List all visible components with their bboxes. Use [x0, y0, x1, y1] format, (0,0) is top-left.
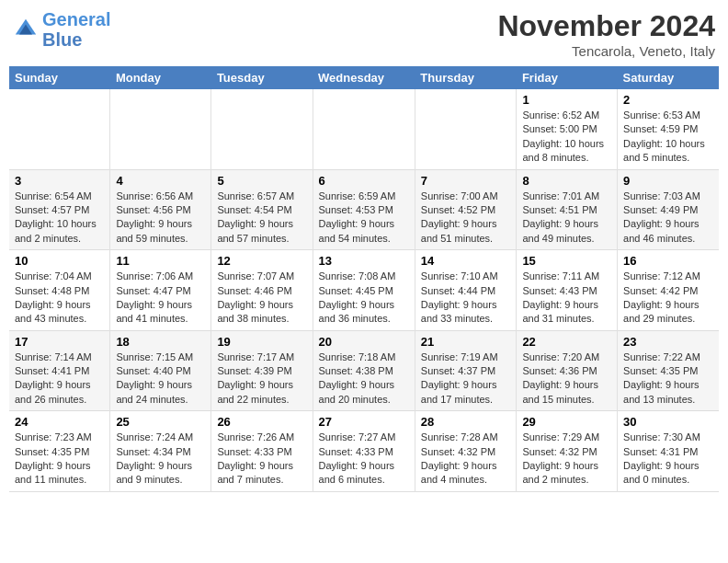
- calendar-cell: 21Sunrise: 7:19 AM Sunset: 4:37 PM Dayli…: [415, 330, 517, 411]
- day-info: Sunrise: 7:24 AM Sunset: 4:34 PM Dayligh…: [116, 431, 205, 488]
- day-info: Sunrise: 7:03 AM Sunset: 4:49 PM Dayligh…: [623, 190, 713, 247]
- day-info: Sunrise: 7:04 AM Sunset: 4:48 PM Dayligh…: [15, 270, 104, 327]
- day-number: 27: [319, 415, 409, 429]
- month-title: November 2024: [497, 9, 715, 43]
- calendar-cell: 4Sunrise: 6:56 AM Sunset: 4:56 PM Daylig…: [110, 169, 211, 250]
- day-info: Sunrise: 6:56 AM Sunset: 4:56 PM Dayligh…: [116, 190, 205, 247]
- logo-name2: Blue: [42, 29, 82, 50]
- calendar-cell: 7Sunrise: 7:00 AM Sunset: 4:52 PM Daylig…: [415, 169, 517, 250]
- calendar-cell: 20Sunrise: 7:18 AM Sunset: 4:38 PM Dayli…: [313, 330, 415, 411]
- day-number: 17: [15, 335, 104, 349]
- day-number: 2: [623, 93, 713, 107]
- weekday-header: Thursday: [415, 66, 517, 89]
- weekday-header: Saturday: [618, 66, 719, 89]
- day-info: Sunrise: 7:22 AM Sunset: 4:35 PM Dayligh…: [623, 350, 713, 408]
- day-number: 29: [522, 415, 611, 429]
- day-number: 28: [421, 415, 511, 429]
- day-info: Sunrise: 7:28 AM Sunset: 4:32 PM Dayligh…: [421, 431, 511, 488]
- weekday-header: Monday: [110, 66, 211, 89]
- day-info: Sunrise: 7:23 AM Sunset: 4:35 PM Dayligh…: [15, 431, 104, 488]
- day-number: 21: [421, 335, 511, 349]
- title-block: November 2024 Tencarola, Veneto, Italy: [497, 9, 715, 59]
- day-info: Sunrise: 7:01 AM Sunset: 4:51 PM Dayligh…: [522, 190, 611, 247]
- calendar-cell: 6Sunrise: 6:59 AM Sunset: 4:53 PM Daylig…: [313, 169, 415, 250]
- day-number: 18: [116, 335, 205, 349]
- calendar-table: SundayMondayTuesdayWednesdayThursdayFrid…: [9, 66, 719, 492]
- day-number: 25: [116, 415, 205, 429]
- day-info: Sunrise: 7:29 AM Sunset: 4:32 PM Dayligh…: [522, 431, 611, 488]
- logo-name1: General: [42, 9, 110, 29]
- week-row: 24Sunrise: 7:23 AM Sunset: 4:35 PM Dayli…: [9, 411, 719, 492]
- day-number: 24: [15, 415, 104, 429]
- calendar-cell: 28Sunrise: 7:28 AM Sunset: 4:32 PM Dayli…: [415, 411, 517, 492]
- day-number: 12: [217, 254, 306, 268]
- calendar-cell: 29Sunrise: 7:29 AM Sunset: 4:32 PM Dayli…: [517, 411, 618, 492]
- calendar-cell: 25Sunrise: 7:24 AM Sunset: 4:34 PM Dayli…: [110, 411, 211, 492]
- calendar-cell: [110, 89, 211, 169]
- day-number: 20: [319, 335, 409, 349]
- calendar-cell: 3Sunrise: 6:54 AM Sunset: 4:57 PM Daylig…: [9, 169, 110, 250]
- day-number: 13: [319, 254, 409, 268]
- day-info: Sunrise: 6:57 AM Sunset: 4:54 PM Dayligh…: [217, 190, 306, 247]
- day-info: Sunrise: 6:53 AM Sunset: 4:59 PM Dayligh…: [623, 109, 713, 166]
- calendar-cell: 18Sunrise: 7:15 AM Sunset: 4:40 PM Dayli…: [110, 330, 211, 411]
- weekday-header: Sunday: [9, 66, 110, 89]
- day-info: Sunrise: 7:10 AM Sunset: 4:44 PM Dayligh…: [421, 270, 511, 327]
- day-number: 1: [522, 93, 611, 107]
- day-number: 14: [421, 254, 511, 268]
- logo-text: General Blue: [42, 9, 110, 50]
- calendar-cell: 30Sunrise: 7:30 AM Sunset: 4:31 PM Dayli…: [618, 411, 719, 492]
- day-info: Sunrise: 6:52 AM Sunset: 5:00 PM Dayligh…: [522, 109, 611, 166]
- calendar-cell: 22Sunrise: 7:20 AM Sunset: 4:36 PM Dayli…: [517, 330, 618, 411]
- day-info: Sunrise: 7:11 AM Sunset: 4:43 PM Dayligh…: [522, 270, 611, 327]
- day-info: Sunrise: 7:00 AM Sunset: 4:52 PM Dayligh…: [421, 190, 511, 247]
- day-info: Sunrise: 7:30 AM Sunset: 4:31 PM Dayligh…: [623, 431, 713, 488]
- week-row: 3Sunrise: 6:54 AM Sunset: 4:57 PM Daylig…: [9, 169, 719, 250]
- day-number: 16: [623, 254, 713, 268]
- calendar-cell: 10Sunrise: 7:04 AM Sunset: 4:48 PM Dayli…: [9, 250, 110, 331]
- calendar-cell: 1Sunrise: 6:52 AM Sunset: 5:00 PM Daylig…: [517, 89, 618, 169]
- day-info: Sunrise: 7:06 AM Sunset: 4:47 PM Dayligh…: [116, 270, 205, 327]
- calendar-cell: 26Sunrise: 7:26 AM Sunset: 4:33 PM Dayli…: [211, 411, 313, 492]
- calendar-cell: 17Sunrise: 7:14 AM Sunset: 4:41 PM Dayli…: [9, 330, 110, 411]
- day-number: 8: [522, 174, 611, 188]
- day-info: Sunrise: 6:54 AM Sunset: 4:57 PM Dayligh…: [15, 190, 104, 247]
- day-info: Sunrise: 7:17 AM Sunset: 4:39 PM Dayligh…: [217, 350, 306, 408]
- day-info: Sunrise: 7:20 AM Sunset: 4:36 PM Dayligh…: [522, 350, 611, 408]
- calendar-cell: 5Sunrise: 6:57 AM Sunset: 4:54 PM Daylig…: [211, 169, 313, 250]
- weekday-header-row: SundayMondayTuesdayWednesdayThursdayFrid…: [9, 66, 719, 89]
- weekday-header: Wednesday: [313, 66, 415, 89]
- calendar-cell: 13Sunrise: 7:08 AM Sunset: 4:45 PM Dayli…: [313, 250, 415, 331]
- day-info: Sunrise: 7:12 AM Sunset: 4:42 PM Dayligh…: [623, 270, 713, 327]
- day-number: 9: [623, 174, 713, 188]
- day-info: Sunrise: 7:26 AM Sunset: 4:33 PM Dayligh…: [217, 431, 306, 488]
- weekday-header: Friday: [517, 66, 618, 89]
- day-number: 23: [623, 335, 713, 349]
- calendar-cell: 16Sunrise: 7:12 AM Sunset: 4:42 PM Dayli…: [618, 250, 719, 331]
- logo: General Blue: [13, 9, 110, 50]
- week-row: 17Sunrise: 7:14 AM Sunset: 4:41 PM Dayli…: [9, 330, 719, 411]
- weekday-header: Tuesday: [211, 66, 313, 89]
- calendar-cell: 15Sunrise: 7:11 AM Sunset: 4:43 PM Dayli…: [517, 250, 618, 331]
- calendar-cell: 8Sunrise: 7:01 AM Sunset: 4:51 PM Daylig…: [517, 169, 618, 250]
- day-number: 3: [15, 174, 104, 188]
- calendar-cell: 11Sunrise: 7:06 AM Sunset: 4:47 PM Dayli…: [110, 250, 211, 331]
- logo-icon: [13, 17, 39, 42]
- day-info: Sunrise: 7:27 AM Sunset: 4:33 PM Dayligh…: [319, 431, 409, 488]
- week-row: 10Sunrise: 7:04 AM Sunset: 4:48 PM Dayli…: [9, 250, 719, 331]
- day-number: 10: [15, 254, 104, 268]
- day-number: 26: [217, 415, 306, 429]
- day-number: 6: [319, 174, 409, 188]
- calendar-cell: [9, 89, 110, 169]
- calendar-cell: 23Sunrise: 7:22 AM Sunset: 4:35 PM Dayli…: [618, 330, 719, 411]
- day-number: 11: [116, 254, 205, 268]
- calendar-cell: 19Sunrise: 7:17 AM Sunset: 4:39 PM Dayli…: [211, 330, 313, 411]
- calendar-cell: 24Sunrise: 7:23 AM Sunset: 4:35 PM Dayli…: [9, 411, 110, 492]
- week-row: 1Sunrise: 6:52 AM Sunset: 5:00 PM Daylig…: [9, 89, 719, 169]
- day-info: Sunrise: 7:18 AM Sunset: 4:38 PM Dayligh…: [319, 350, 409, 408]
- calendar-cell: [415, 89, 517, 169]
- calendar-cell: 2Sunrise: 6:53 AM Sunset: 4:59 PM Daylig…: [618, 89, 719, 169]
- calendar-cell: 27Sunrise: 7:27 AM Sunset: 4:33 PM Dayli…: [313, 411, 415, 492]
- day-number: 22: [522, 335, 611, 349]
- location-title: Tencarola, Veneto, Italy: [497, 43, 715, 59]
